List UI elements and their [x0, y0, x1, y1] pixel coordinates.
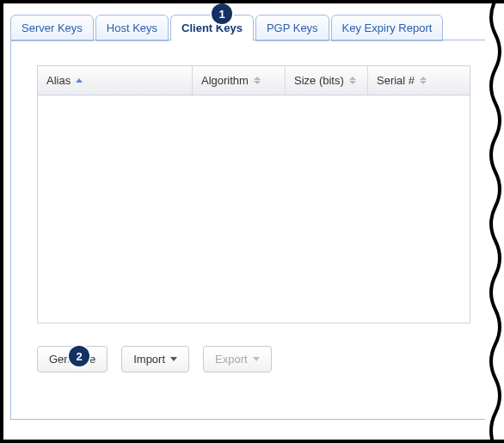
keys-table: Alias Algorithm Size (bits) Serial #	[37, 65, 470, 323]
sort-asc-icon	[76, 78, 83, 83]
tab-pgp-keys[interactable]: PGP Keys	[255, 15, 329, 41]
sort-icon	[420, 77, 427, 84]
column-header-serial[interactable]: Serial #	[368, 66, 470, 95]
action-buttons: Generate Import Export	[37, 346, 470, 372]
chevron-down-icon	[253, 357, 260, 361]
tabs-row: Server Keys Host Keys Client Keys PGP Ke…	[3, 14, 504, 40]
window-frame: 1 2 Server Keys Host Keys Client Keys PG…	[0, 0, 504, 443]
button-label: Import	[133, 353, 165, 366]
import-button[interactable]: Import	[121, 346, 189, 372]
tabs-underline	[10, 40, 497, 40]
chevron-down-icon	[170, 357, 177, 361]
column-label: Serial #	[377, 74, 415, 87]
button-label: Export	[215, 353, 248, 366]
tab-host-keys[interactable]: Host Keys	[95, 15, 169, 41]
tab-key-expiry-report[interactable]: Key Expiry Report	[331, 15, 444, 41]
sort-icon	[349, 77, 356, 84]
callout-badge-2: 2	[69, 346, 89, 366]
table-header: Alias Algorithm Size (bits) Serial #	[38, 66, 470, 95]
column-label: Size (bits)	[294, 74, 344, 87]
export-button[interactable]: Export	[203, 346, 272, 372]
column-header-size[interactable]: Size (bits)	[286, 66, 368, 95]
column-header-algorithm[interactable]: Algorithm	[193, 66, 286, 95]
column-label: Algorithm	[201, 74, 249, 87]
callout-badge-1: 1	[212, 3, 232, 24]
column-label: Alias	[46, 74, 71, 87]
tab-server-keys[interactable]: Server Keys	[10, 15, 94, 41]
sort-icon	[254, 77, 261, 84]
column-header-alias[interactable]: Alias	[38, 66, 193, 95]
